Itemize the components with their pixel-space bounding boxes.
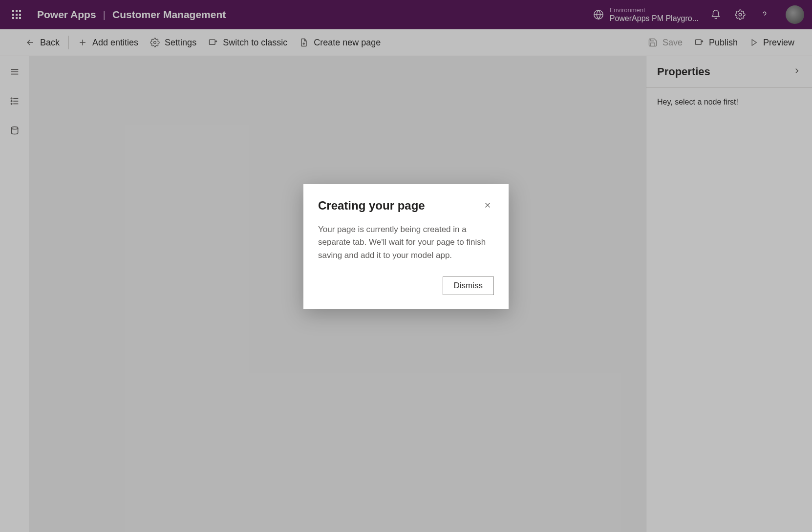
dialog-body-text: Your page is currently being created in … <box>318 223 494 262</box>
modal-overlay: Creating your page Your page is currentl… <box>0 0 812 532</box>
close-icon[interactable] <box>481 199 494 213</box>
dialog-title: Creating your page <box>318 199 425 213</box>
dismiss-button[interactable]: Dismiss <box>443 277 494 295</box>
creating-page-dialog: Creating your page Your page is currentl… <box>303 184 509 309</box>
